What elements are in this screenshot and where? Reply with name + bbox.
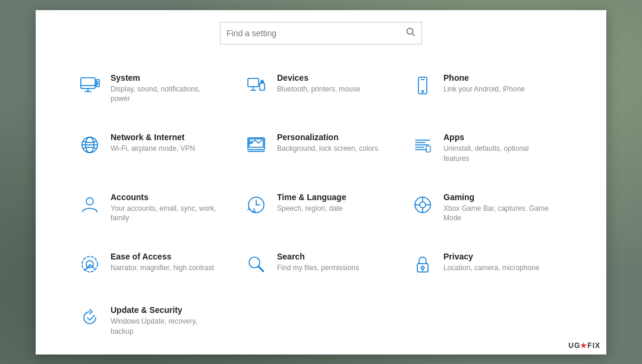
setting-item-system[interactable]: System Display, sound, notifications, po… <box>71 62 238 116</box>
update-desc: Windows Update, recovery, backup <box>111 316 218 337</box>
ease-desc: Narrator, magnifier, high contrast <box>111 263 214 273</box>
setting-item-search[interactable]: Search Find my files, permissions <box>238 241 404 289</box>
personalization-desc: Background, lock screen, colors <box>277 144 378 154</box>
update-title: Update & Security <box>111 305 218 315</box>
privacy-text: Privacy Location, camera, microphone <box>443 252 539 273</box>
gaming-text: Gaming Xbox Game Bar, captures, Game Mod… <box>443 192 550 224</box>
setting-item-apps[interactable]: Apps Uninstall, defaults, optional featu… <box>404 122 571 176</box>
system-desc: Display, sound, notifications, power <box>111 84 218 105</box>
apps-icon <box>410 132 435 157</box>
watermark-suffix: FIX <box>587 341 600 350</box>
watermark-prefix: UG <box>568 341 580 350</box>
update-text: Update & Security Windows Update, recove… <box>111 305 218 337</box>
accounts-icon <box>77 192 102 217</box>
devices-title: Devices <box>277 73 360 83</box>
system-text: System Display, sound, notifications, po… <box>111 73 218 105</box>
search-input[interactable] <box>226 29 401 38</box>
time-title: Time & Language <box>277 192 346 202</box>
devices-text: Devices Bluetooth, printers, mouse <box>277 73 360 94</box>
svg-line-46 <box>259 267 263 271</box>
svg-text:A: A <box>247 207 251 212</box>
setting-item-update[interactable]: Update & Security Windows Update, recove… <box>71 295 238 349</box>
accounts-desc: Your accounts, email, sync, work, family <box>111 204 218 224</box>
apps-desc: Uninstall, defaults, optional features <box>443 144 550 164</box>
system-icon <box>77 73 102 98</box>
network-icon <box>77 132 102 157</box>
devices-desc: Bluetooth, printers, mouse <box>277 84 360 94</box>
svg-text:A: A <box>252 208 256 214</box>
svg-point-0 <box>407 28 413 34</box>
setting-item-time[interactable]: A A Time & Language Speech, region, date <box>238 182 404 236</box>
search-bar <box>220 22 422 45</box>
personalization-title: Personalization <box>277 132 378 142</box>
svg-rect-11 <box>260 83 265 90</box>
setting-item-ease[interactable]: Ease of Access Narrator, magnifier, high… <box>71 241 238 289</box>
svg-rect-30 <box>426 146 430 152</box>
accounts-title: Accounts <box>111 192 218 202</box>
time-icon: A A <box>244 192 269 217</box>
svg-point-38 <box>420 202 426 208</box>
watermark: UG★FIX <box>568 341 600 350</box>
personalization-text: Personalization Background, lock screen,… <box>277 132 378 154</box>
network-text: Network & Internet Wi-Fi, airplane mode,… <box>111 132 195 154</box>
watermark-star: ★ <box>580 341 587 350</box>
update-icon <box>77 305 102 330</box>
gaming-icon <box>410 192 435 217</box>
system-title: System <box>111 73 218 83</box>
setting-item-devices[interactable]: Devices Bluetooth, printers, mouse <box>238 62 404 116</box>
search-bar-container <box>36 22 606 56</box>
phone-desc: Link your Android, iPhone <box>443 84 525 94</box>
svg-point-24 <box>250 141 252 144</box>
svg-rect-2 <box>81 78 95 88</box>
setting-item-privacy[interactable]: Privacy Location, camera, microphone <box>404 241 571 289</box>
search-settings-title: Search <box>277 252 359 261</box>
time-desc: Speech, region, date <box>277 204 346 214</box>
network-desc: Wi-Fi, airplane mode, VPN <box>111 144 195 154</box>
svg-point-31 <box>86 198 93 205</box>
apps-text: Apps Uninstall, defaults, optional featu… <box>443 132 550 164</box>
personalization-icon <box>244 132 269 157</box>
phone-title: Phone <box>443 73 525 83</box>
svg-point-18 <box>422 90 424 92</box>
gaming-title: Gaming <box>443 192 550 202</box>
setting-item-gaming[interactable]: Gaming Xbox Game Bar, captures, Game Mod… <box>404 182 571 236</box>
ease-icon <box>77 252 102 277</box>
devices-icon <box>244 73 269 98</box>
search-icon <box>406 27 416 39</box>
privacy-icon <box>410 252 435 277</box>
privacy-desc: Location, camera, microphone <box>443 263 539 273</box>
svg-line-1 <box>413 33 415 36</box>
gaming-desc: Xbox Game Bar, captures, Game Mode <box>443 204 550 224</box>
settings-grid: System Display, sound, notifications, po… <box>36 56 606 354</box>
svg-rect-8 <box>248 78 259 87</box>
phone-text: Phone Link your Android, iPhone <box>443 73 525 94</box>
network-title: Network & Internet <box>111 132 195 142</box>
search-settings-text: Search Find my files, permissions <box>277 252 359 273</box>
settings-window: System Display, sound, notifications, po… <box>36 10 606 354</box>
setting-item-personalization[interactable]: Personalization Background, lock screen,… <box>238 122 404 176</box>
apps-title: Apps <box>443 132 550 142</box>
setting-item-accounts[interactable]: Accounts Your accounts, email, sync, wor… <box>71 182 238 236</box>
ease-text: Ease of Access Narrator, magnifier, high… <box>111 252 214 273</box>
time-text: Time & Language Speech, region, date <box>277 192 346 214</box>
search-settings-desc: Find my files, permissions <box>277 263 359 273</box>
accounts-text: Accounts Your accounts, email, sync, wor… <box>111 192 218 224</box>
phone-icon <box>410 73 435 98</box>
search-settings-icon <box>244 252 269 277</box>
ease-title: Ease of Access <box>111 252 214 261</box>
privacy-title: Privacy <box>443 252 539 261</box>
setting-item-phone[interactable]: Phone Link your Android, iPhone <box>404 62 571 116</box>
setting-item-network[interactable]: Network & Internet Wi-Fi, airplane mode,… <box>71 122 238 176</box>
